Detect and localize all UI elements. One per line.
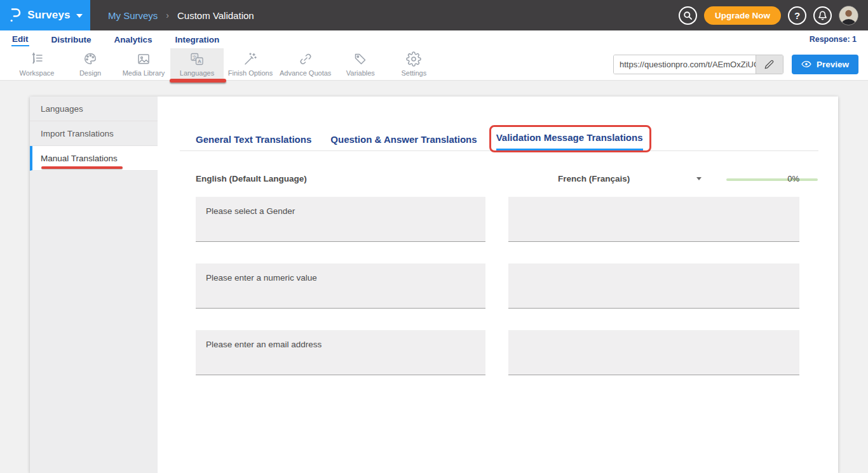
toolbar-media-library-label: Media Library bbox=[123, 69, 165, 77]
preview-label: Preview bbox=[817, 60, 849, 69]
toolbar-languages-label: Languages bbox=[180, 69, 214, 77]
toolbar-workspace-label: Workspace bbox=[20, 69, 55, 77]
toolbar-settings-label: Settings bbox=[401, 69, 426, 77]
sidebar-item-manual-translations-label: Manual Translations bbox=[41, 154, 118, 163]
sidebar-item-manual-translations[interactable]: Manual Translations bbox=[30, 146, 158, 171]
translation-row: Please enter an email address bbox=[196, 330, 799, 375]
toolbar-advance-quotas-label: Advance Quotas bbox=[280, 69, 331, 77]
annotation-underline-manual-translations bbox=[41, 166, 123, 169]
tab-validation-message-translations-label: Validation Message Translations bbox=[496, 132, 643, 143]
target-language-select[interactable]: French (Français) bbox=[558, 174, 702, 183]
english-text-gender: Please select a Gender bbox=[196, 197, 485, 242]
image-icon bbox=[136, 51, 151, 67]
top-bar: Surveys My Surveys › Custom Validation U… bbox=[0, 0, 868, 30]
edit-toolbar: Workspace Design Media Library 文 A bbox=[0, 48, 868, 81]
survey-nav: Edit Distribute Analytics Integration Re… bbox=[0, 30, 868, 48]
breadcrumb-separator-icon: › bbox=[166, 10, 169, 20]
brand-label: Surveys bbox=[27, 9, 71, 22]
toolbar-variables[interactable]: Variables bbox=[334, 48, 387, 80]
eye-icon bbox=[801, 59, 811, 69]
english-text-email: Please enter an email address bbox=[196, 330, 485, 375]
tab-analytics[interactable]: Analytics bbox=[114, 33, 153, 46]
upgrade-now-button[interactable]: Upgrade Now bbox=[704, 6, 781, 25]
tag-icon bbox=[353, 51, 368, 67]
language-header-row: English (Default Language) French (Franç… bbox=[196, 172, 799, 187]
source-language-label: English (Default Language) bbox=[196, 174, 307, 183]
toolbar-advance-quotas[interactable]: Advance Quotas bbox=[277, 48, 334, 80]
question-mark-icon: ? bbox=[794, 10, 800, 21]
translate-icon: 文 A bbox=[189, 51, 205, 67]
breadcrumb: My Surveys › Custom Validation bbox=[108, 10, 254, 21]
breadcrumb-my-surveys[interactable]: My Surveys bbox=[108, 10, 158, 21]
tab-question-answer-translations[interactable]: Question & Answer Translations bbox=[330, 129, 477, 150]
survey-url-input[interactable] bbox=[614, 55, 756, 74]
help-button[interactable]: ? bbox=[788, 6, 806, 25]
chevron-down-icon bbox=[76, 14, 83, 18]
french-input-numeric[interactable] bbox=[508, 263, 799, 309]
bell-icon bbox=[818, 11, 827, 20]
svg-text:A: A bbox=[198, 58, 201, 64]
toolbar-design[interactable]: Design bbox=[64, 48, 117, 80]
toolbar-media-library[interactable]: Media Library bbox=[117, 48, 170, 80]
user-avatar[interactable] bbox=[839, 6, 858, 25]
notifications-button[interactable] bbox=[813, 6, 832, 25]
translation-progress-bar bbox=[726, 178, 818, 181]
sidebar-item-import-translations[interactable]: Import Translations bbox=[30, 121, 158, 146]
tab-integration[interactable]: Integration bbox=[175, 33, 220, 46]
header-actions: Upgrade Now ? bbox=[679, 6, 868, 25]
toolbar-languages[interactable]: 文 A Languages bbox=[170, 48, 224, 80]
pencil-icon bbox=[764, 60, 774, 69]
french-input-gender[interactable] bbox=[508, 197, 799, 242]
english-text-numeric: Please enter a numeric value bbox=[196, 263, 485, 309]
preview-button[interactable]: Preview bbox=[792, 55, 858, 74]
palette-icon bbox=[83, 51, 98, 67]
edit-url-button[interactable] bbox=[756, 55, 783, 74]
translations-panel: General Text Translations Question & Ans… bbox=[158, 97, 838, 473]
search-button[interactable] bbox=[679, 6, 697, 25]
translation-row: Please enter a numeric value bbox=[196, 263, 799, 309]
translation-row: Please select a Gender bbox=[196, 197, 799, 242]
annotation-underline-languages bbox=[170, 79, 226, 83]
search-icon bbox=[683, 11, 693, 20]
gear-icon bbox=[406, 51, 421, 67]
target-language-label: French (Français) bbox=[558, 174, 630, 183]
toolbar-workspace[interactable]: Workspace bbox=[10, 48, 64, 80]
caret-down-icon bbox=[696, 177, 702, 180]
toolbar-design-label: Design bbox=[79, 69, 101, 77]
tab-distribute[interactable]: Distribute bbox=[51, 33, 92, 46]
toolbar-finish-options-label: Finish Options bbox=[228, 69, 273, 77]
toolbar-variables-label: Variables bbox=[346, 69, 375, 77]
french-input-email[interactable] bbox=[508, 330, 799, 375]
questionpro-logo-icon bbox=[8, 7, 22, 23]
translation-progress-percent: 0% bbox=[787, 174, 799, 183]
pencil-list-icon bbox=[29, 51, 44, 67]
sidebar-item-languages[interactable]: Languages bbox=[30, 97, 158, 121]
toolbar-settings[interactable]: Settings bbox=[387, 48, 440, 80]
chain-link-icon bbox=[298, 51, 313, 67]
tab-edit[interactable]: Edit bbox=[11, 32, 29, 46]
languages-sidebar: Languages Import Translations Manual Tra… bbox=[30, 97, 158, 473]
magic-wand-icon bbox=[243, 51, 258, 67]
translation-tabs: General Text Translations Question & Ans… bbox=[180, 127, 818, 151]
response-count[interactable]: Response: 1 bbox=[810, 35, 857, 44]
tab-general-text-translations[interactable]: General Text Translations bbox=[196, 129, 311, 150]
brand-menu[interactable]: Surveys bbox=[0, 0, 90, 30]
toolbar-finish-options[interactable]: Finish Options bbox=[224, 48, 277, 80]
toolbar-right: Preview bbox=[613, 48, 868, 80]
tab-validation-message-translations[interactable]: Validation Message Translations bbox=[496, 127, 643, 150]
breadcrumb-current: Custom Validation bbox=[177, 10, 254, 21]
survey-url-group bbox=[613, 55, 783, 74]
content-card: Languages Import Translations Manual Tra… bbox=[30, 97, 838, 473]
